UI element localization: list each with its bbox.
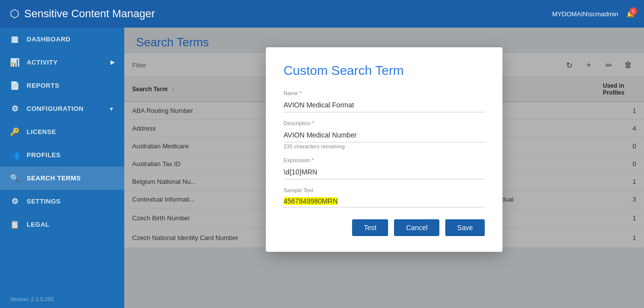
notification-bell[interactable]: 🔔 0 [626, 10, 634, 18]
expression-input[interactable] [284, 165, 485, 179]
name-input[interactable] [284, 98, 485, 112]
sidebar-item-configuration[interactable]: ⚙ CONFIGURATION ▼ [0, 97, 124, 120]
sidebar-item-label: REPORTS [27, 82, 59, 89]
sidebar-item-label: LICENSE [27, 128, 56, 136]
notification-badge: 0 [629, 7, 637, 15]
sidebar: ▦ DASHBOARD 📊 ACTIVITY ▶ 📄 REPORTS ⚙ CON… [0, 28, 124, 308]
sidebar-item-reports[interactable]: 📄 REPORTS [0, 74, 124, 97]
activity-icon: 📊 [10, 58, 20, 67]
settings-icon: ⚙ [10, 197, 20, 206]
configuration-icon: ⚙ [10, 104, 20, 113]
modal-footer: Test Cancel Save [284, 219, 485, 236]
modal-overlay: Custom Search Term Name * Description * … [124, 28, 644, 308]
app-title: ⬡ Sensitive Content Manager [10, 7, 155, 20]
dashboard-icon: ▦ [10, 34, 20, 44]
sidebar-item-profiles[interactable]: 👥 PROFILES [0, 143, 124, 167]
test-button[interactable]: Test [352, 219, 389, 236]
sidebar-item-license[interactable]: 🔑 LICENSE [0, 120, 124, 143]
cancel-button[interactable]: Cancel [394, 219, 439, 236]
description-input[interactable] [284, 128, 485, 142]
sidebar-item-settings[interactable]: ⚙ SETTINGS [0, 190, 124, 213]
expression-label: Expression * [284, 157, 485, 163]
chevron-right-icon: ▶ [110, 59, 115, 66]
app-title-text: Sensitive Content Manager [24, 7, 155, 20]
profiles-icon: 👥 [10, 150, 20, 160]
modal-dialog: Custom Search Term Name * Description * … [266, 47, 502, 252]
sample-text-display: 4567849980MRN [284, 195, 485, 207]
description-label: Description * [284, 120, 485, 126]
top-header: ⬡ Sensitive Content Manager MYDOMAIN\scm… [0, 0, 644, 28]
expression-field-group: Expression * [284, 157, 485, 179]
sidebar-item-label: SEARCH TERMS [27, 174, 81, 182]
sidebar-item-label: LEGAL [27, 221, 50, 228]
main-layout: ▦ DASHBOARD 📊 ACTIVITY ▶ 📄 REPORTS ⚙ CON… [0, 28, 644, 308]
header-right: MYDOMAIN\scmadmin 🔔 0 [552, 10, 634, 18]
char-count: 235 characters remaining [284, 143, 485, 149]
modal-title: Custom Search Term [284, 63, 485, 78]
app-logo-icon: ⬡ [10, 7, 19, 20]
legal-icon: 📋 [10, 220, 20, 229]
sidebar-item-legal[interactable]: 📋 LEGAL [0, 213, 124, 236]
reports-icon: 📄 [10, 81, 20, 90]
username: MYDOMAIN\scmadmin [552, 10, 618, 18]
save-button[interactable]: Save [445, 219, 485, 236]
sidebar-item-label: CONFIGURATION [27, 105, 83, 112]
sidebar-item-label: SETTINGS [27, 198, 61, 205]
sample-text-label: Sample Text [284, 187, 485, 193]
sidebar-item-label: PROFILES [27, 151, 61, 159]
sidebar-item-activity[interactable]: 📊 ACTIVITY ▶ [0, 51, 124, 74]
chevron-down-icon: ▼ [109, 106, 114, 112]
sidebar-item-search-terms[interactable]: 🔍 SEARCH TERMS [0, 167, 124, 190]
sidebar-version: Version: 2.2.0.293 [0, 290, 124, 308]
search-terms-icon: 🔍 [10, 173, 20, 183]
sample-text-value: 4567849980MRN [284, 197, 338, 205]
name-field-group: Name * [284, 90, 485, 112]
description-field-group: Description * 235 characters remaining [284, 120, 485, 149]
license-icon: 🔑 [10, 127, 20, 137]
content-area: Search Terms ↻ + ✏ 🗑 Search Term ↑ Used … [124, 28, 644, 308]
sidebar-item-label: ACTIVITY [27, 59, 58, 66]
sidebar-item-dashboard[interactable]: ▦ DASHBOARD [0, 28, 124, 51]
sample-text-field-group: Sample Text 4567849980MRN [284, 187, 485, 207]
sidebar-item-label: DASHBOARD [27, 35, 71, 43]
name-label: Name * [284, 90, 485, 96]
